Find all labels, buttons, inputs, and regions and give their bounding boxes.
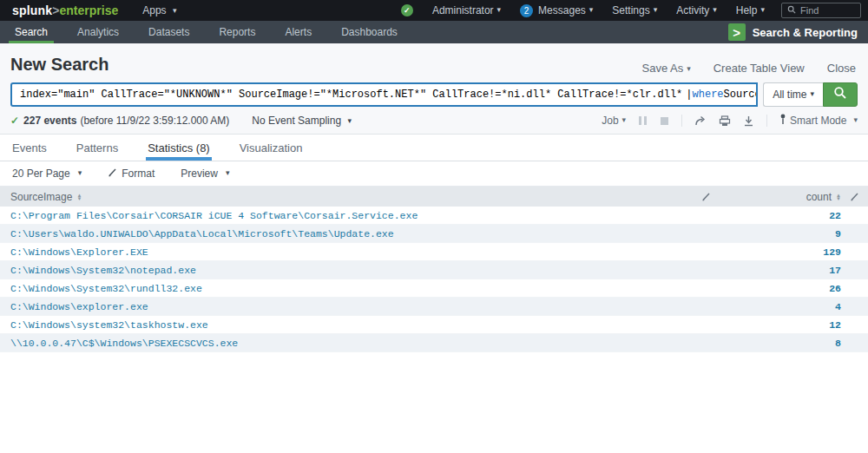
column-header-count[interactable]: count ▲▼ <box>720 191 841 203</box>
tab-visualization[interactable]: Visualization <box>238 135 305 161</box>
job-done-check-icon <box>10 115 23 127</box>
job-status-bar: 227 events (before 11/9/22 3:59:12.000 A… <box>0 107 868 135</box>
table-row: C:\Program Files\Corsair\CORSAIR iCUE 4 … <box>0 207 868 225</box>
count-cell[interactable]: 22 <box>746 210 868 221</box>
help-menu-label: Help <box>736 4 758 16</box>
pause-job-icon[interactable] <box>638 115 648 126</box>
job-menu[interactable]: Job <box>602 115 626 127</box>
save-as-button[interactable]: Save As <box>641 62 690 75</box>
table-row: C:\Windows\System32\notepad.exe17 <box>0 261 868 279</box>
print-icon[interactable] <box>719 115 731 127</box>
source-image-cell[interactable]: C:\Windows\explorer.exe <box>0 301 746 312</box>
search-bar: index="main" CallTrace="*UNKNOWN*" Sourc… <box>0 82 868 107</box>
app-tab-reports[interactable]: Reports <box>204 21 270 43</box>
tab-events[interactable]: Events <box>10 135 49 161</box>
format-menu[interactable]: Format <box>108 167 155 180</box>
count-cell[interactable]: 9 <box>746 228 868 240</box>
tab-statistics[interactable]: Statistics (8) <box>146 135 212 161</box>
settings-menu-label: Settings <box>612 4 649 16</box>
apps-menu-label: Apps <box>142 4 166 16</box>
results-table-body: C:\Program Files\Corsair\CORSAIR iCUE 4 … <box>0 207 868 352</box>
table-row: C:\Windows\System32\rundll32.exe26 <box>0 279 868 298</box>
current-app[interactable]: > Search & Reporting <box>728 21 868 43</box>
find-search-box[interactable] <box>781 3 861 18</box>
help-menu[interactable]: Help <box>727 4 774 16</box>
time-range-picker[interactable]: All time <box>763 82 823 107</box>
query-token: index="main" CallTrace="*UNKNOWN*" Sourc… <box>20 89 682 101</box>
top-navigation-bar: splunk > enterprise Apps Administrator 2… <box>0 0 868 21</box>
per-page-menu[interactable]: 20 Per Page <box>12 167 82 180</box>
count-cell[interactable]: 17 <box>746 265 868 276</box>
count-cell[interactable]: 4 <box>746 301 868 312</box>
source-image-cell[interactable]: C:\Windows\system32\taskhostw.exe <box>0 319 746 331</box>
table-row: C:\Windows\Explorer.EXE129 <box>0 243 868 261</box>
source-image-cell[interactable]: C:\Program Files\Corsair\CORSAIR iCUE 4 … <box>0 210 746 221</box>
find-input[interactable] <box>800 5 852 16</box>
time-range-label: All time <box>773 89 806 101</box>
app-tab-analytics[interactable]: Analytics <box>62 21 134 43</box>
source-image-cell[interactable]: C:\Windows\System32\rundll32.exe <box>0 283 746 294</box>
splunk-logo[interactable]: splunk > enterprise <box>0 3 130 17</box>
count-cell[interactable]: 129 <box>746 246 868 258</box>
count-cell[interactable]: 26 <box>746 283 868 294</box>
messages-menu[interactable]: 2 Messages <box>510 4 602 17</box>
close-button[interactable]: Close <box>827 62 856 75</box>
sort-icon: ▲▼ <box>76 194 82 200</box>
preview-menu[interactable]: Preview <box>181 167 229 180</box>
current-app-name: Search & Reporting <box>753 26 858 39</box>
user-menu[interactable]: Administrator <box>423 4 510 16</box>
app-tab-search[interactable]: Search <box>0 21 62 43</box>
create-table-view-button[interactable]: Create Table View <box>713 62 805 75</box>
results-toolbar: 20 Per Page Format Preview <box>0 161 868 187</box>
share-job-icon[interactable] <box>694 115 707 127</box>
logo-product: enterprise <box>60 3 119 17</box>
health-check-icon <box>401 4 413 16</box>
count-cell[interactable]: 8 <box>746 338 868 349</box>
event-sampling-menu[interactable]: No Event Sampling <box>252 115 352 127</box>
results-table-header: SourceImage ▲▼ count ▲▼ <box>0 187 868 207</box>
user-menu-label: Administrator <box>432 4 494 16</box>
page-title: New Search <box>10 55 108 75</box>
tab-patterns[interactable]: Patterns <box>75 135 120 161</box>
find-search-icon <box>787 4 796 16</box>
stop-job-icon[interactable] <box>660 116 669 126</box>
events-count: 227 events <box>23 115 76 127</box>
logo-gt: > <box>52 3 59 17</box>
table-row: C:\Windows\system32\taskhostw.exe12 <box>0 316 868 334</box>
count-cell[interactable]: 12 <box>746 319 868 331</box>
logo-brand: splunk <box>12 3 52 17</box>
activity-menu[interactable]: Activity <box>667 4 727 16</box>
table-row: C:\Users\waldo.UNIWALDO\AppData\Local\Mi… <box>0 225 868 243</box>
app-tab-alerts[interactable]: Alerts <box>270 21 326 43</box>
source-image-cell[interactable]: \\10.0.0.47\C$\Windows\PSEXECSCVCS.exe <box>0 338 746 349</box>
result-tabs: Events Patterns Statistics (8) Visualiza… <box>0 135 868 161</box>
app-tab-dashboards[interactable]: Dashboards <box>326 21 412 43</box>
source-image-cell[interactable]: C:\Users\waldo.UNIWALDO\AppData\Local\Mi… <box>0 228 746 240</box>
search-magnifier-icon <box>833 86 847 103</box>
smart-mode-label: Smart Mode <box>790 115 846 127</box>
settings-menu[interactable]: Settings <box>602 4 667 16</box>
table-row: \\10.0.0.47\C$\Windows\PSEXECSCVCS.exe8 <box>0 334 868 352</box>
app-tabs: Search Analytics Datasets Reports Alerts… <box>0 21 412 43</box>
source-image-cell[interactable]: C:\Windows\System32\notepad.exe <box>0 265 746 276</box>
edit-column-icon[interactable] <box>841 192 868 201</box>
apps-menu[interactable]: Apps <box>130 4 188 16</box>
app-navigation-bar: Search Analytics Datasets Reports Alerts… <box>0 21 868 43</box>
search-input[interactable]: index="main" CallTrace="*UNKNOWN*" Sourc… <box>10 82 758 107</box>
divider <box>766 115 767 127</box>
query-token: SourceImage!=TargetImage | <box>724 89 759 101</box>
export-icon[interactable] <box>743 115 754 127</box>
query-token: | <box>686 89 692 101</box>
source-image-cell[interactable]: C:\Windows\Explorer.EXE <box>0 246 746 258</box>
search-mode-selector[interactable]: Smart Mode <box>779 114 858 128</box>
app-tab-datasets[interactable]: Datasets <box>134 21 204 43</box>
search-reporting-app-icon: > <box>728 23 746 41</box>
column-header-sourceimage[interactable]: SourceImage ▲▼ <box>0 191 693 203</box>
search-header-section: New Search Save As Create Table View Clo… <box>0 43 868 135</box>
query-token: where <box>693 89 724 101</box>
messages-count-badge: 2 <box>520 4 533 17</box>
health-status-button[interactable] <box>391 4 423 16</box>
search-button[interactable] <box>823 82 858 107</box>
events-time-detail: (before 11/9/22 3:59:12.000 AM) <box>80 115 229 127</box>
edit-column-icon[interactable] <box>693 192 720 201</box>
